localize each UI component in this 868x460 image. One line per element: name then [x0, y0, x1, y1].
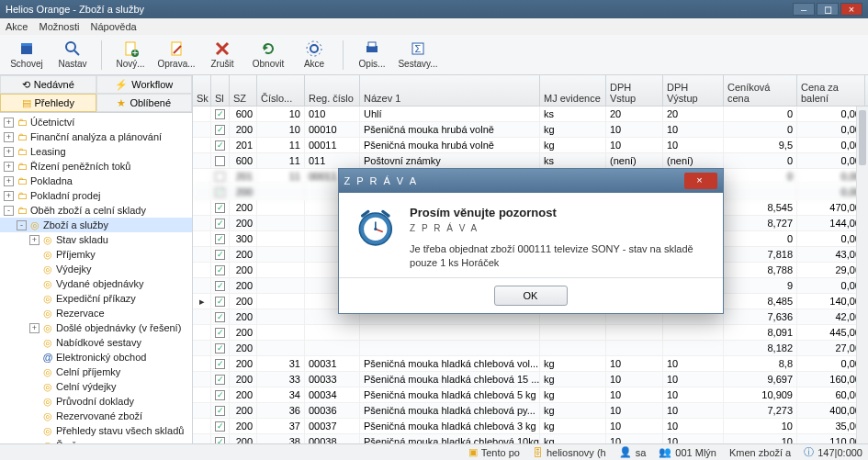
toolbar-obnovit-button[interactable]: Obnovit [247, 37, 289, 73]
tree-node[interactable]: ◎Příjemky [0, 247, 192, 262]
checkbox[interactable]: ✓ [215, 281, 225, 291]
toolbar-novy-button[interactable]: +Nový... [109, 37, 152, 73]
tree-node[interactable]: +◎Stav skladu [0, 232, 192, 247]
table-row[interactable]: ✓2003700037Pšeničná mouka hladká chlebov… [193, 419, 868, 434]
tree-node[interactable]: ◎Přehledy stavu všech skladů [0, 423, 192, 438]
tree-node[interactable]: ◎Šarže [0, 438, 192, 443]
menu-napoveda[interactable]: Nápověda [91, 21, 137, 32]
tree-node[interactable]: @Elektronický obchod [0, 350, 192, 365]
vertical-scrollbar[interactable] [856, 107, 868, 443]
tree-node[interactable]: +🗀Účetnictví [0, 115, 192, 129]
column-header[interactable]: DPH Výstup [663, 75, 724, 106]
toolbar-sestavy-button[interactable]: ΣSestavy... [397, 37, 439, 73]
tab-favorite[interactable]: ★Oblíbené [96, 94, 193, 112]
checkbox[interactable] [215, 172, 225, 182]
menu-akce[interactable]: Akce [6, 21, 28, 32]
checkbox[interactable]: ✓ [215, 109, 225, 119]
checkbox[interactable]: ✓ [215, 359, 225, 369]
table-row[interactable]: 60011011Poštovní známkyks(není)(není)00,… [193, 153, 868, 169]
column-header[interactable]: Sl [211, 75, 230, 106]
checkbox[interactable] [215, 156, 225, 166]
menu-moznosti[interactable]: Možnosti [39, 21, 79, 32]
checkbox[interactable]: ✓ [215, 437, 225, 444]
table-row[interactable]: ✓2008,091445,00 [193, 325, 868, 341]
expand-icon[interactable]: + [29, 235, 39, 245]
column-header[interactable]: Reg. číslo [305, 75, 360, 106]
expand-icon[interactable]: - [4, 206, 14, 216]
expand-icon[interactable]: + [4, 162, 14, 172]
tree-node[interactable]: ◎Expediční příkazy [0, 291, 192, 306]
expand-icon[interactable]: + [4, 132, 14, 142]
tree-node[interactable]: +🗀Řízení peněžních toků [0, 159, 192, 174]
expand-icon[interactable]: + [4, 176, 14, 186]
table-row[interactable]: ✓2008,18227,00 [193, 341, 868, 356]
table-row[interactable]: ✓2003800038Pšeničná mouka hladká chlebov… [193, 434, 868, 443]
expand-icon[interactable]: + [4, 191, 14, 201]
toolbar-oprava-button[interactable]: Oprava... [155, 37, 197, 73]
table-row[interactable]: ✓2003100031Pšeničná mouka hladká chlebov… [193, 356, 868, 372]
column-header[interactable]: Název 1 [360, 75, 540, 106]
scrollbar-thumb[interactable] [859, 110, 866, 165]
toolbar-zrusit-button[interactable]: Zrušit [201, 37, 243, 73]
tree-node[interactable]: +◎Došlé objednávky (v řešení) [0, 320, 192, 335]
nav-tree[interactable]: +🗀Účetnictví+🗀Finanční analýza a plánová… [0, 113, 192, 443]
expand-icon[interactable]: + [4, 147, 14, 157]
toolbar-nastav-button[interactable]: Nastav [51, 37, 94, 73]
toolbar-schovej-button[interactable]: Schovej [6, 37, 48, 73]
checkbox[interactable]: ✓ [215, 343, 225, 353]
tree-node[interactable]: -◎Zboží a služby [0, 218, 192, 232]
checkbox[interactable]: ✓ [215, 219, 225, 229]
expand-icon[interactable]: - [17, 220, 27, 230]
tree-node[interactable]: ◎Vydané objednávky [0, 276, 192, 291]
tree-node[interactable]: +🗀Pokladní prodej [0, 188, 192, 203]
tree-node[interactable]: ◎Průvodní doklady [0, 394, 192, 409]
tree-node[interactable]: +🗀Leasing [0, 144, 192, 159]
tree-node[interactable]: ◎Celní výdejky [0, 379, 192, 394]
close-button[interactable]: × [840, 3, 862, 16]
checkbox[interactable]: ✓ [215, 375, 225, 385]
table-row[interactable]: ✓2003600036Pšeničná mouka hladká chlebov… [193, 403, 868, 419]
expand-icon[interactable]: + [4, 118, 14, 128]
tree-node[interactable]: ◎Celní příjemky [0, 365, 192, 379]
expand-icon[interactable]: + [29, 323, 39, 333]
tree-node[interactable]: -🗀Oběh zboží a celní sklady [0, 203, 192, 218]
checkbox[interactable]: ✓ [215, 234, 225, 244]
checkbox[interactable]: ✓ [215, 125, 225, 135]
checkbox[interactable]: ✓ [215, 265, 225, 275]
checkbox[interactable]: ✓ [215, 140, 225, 151]
checkbox[interactable]: ✓ [215, 297, 225, 307]
checkbox[interactable]: ✓ [215, 312, 225, 322]
dialog-ok-button[interactable]: OK [494, 286, 568, 306]
table-row[interactable]: ✓2001000010Pšeničná mouka hrubá volněkg1… [193, 122, 868, 138]
column-header[interactable]: Cena za balení [797, 75, 865, 106]
table-row[interactable]: ✓60010010Uhlíks202000,00 [193, 107, 868, 122]
tree-node[interactable]: ◎Výdejky [0, 262, 192, 276]
column-header[interactable]: DPH Vstup [606, 75, 663, 106]
checkbox[interactable]: ✓ [215, 390, 225, 400]
checkbox[interactable]: ✓ [215, 406, 225, 416]
minimize-button[interactable]: – [793, 3, 815, 16]
tree-node[interactable]: ◎Rezervace [0, 306, 192, 320]
tree-node[interactable]: ◎Rezervované zboží [0, 409, 192, 423]
toolbar-akce-button[interactable]: Akce [293, 37, 335, 73]
checkbox[interactable]: ✓ [215, 328, 225, 338]
table-row[interactable]: ✓2003400034Pšeničná mouka hladká chlebov… [193, 387, 868, 403]
dialog-close-button[interactable]: × [684, 173, 717, 189]
table-row[interactable]: ✓2003300033Pšeničná mouka hladká chlebov… [193, 372, 868, 387]
checkbox[interactable]: ✓ [215, 421, 225, 432]
tree-node[interactable]: +🗀Pokladna [0, 174, 192, 188]
tab-overview[interactable]: ▤Přehledy [0, 94, 96, 112]
toolbar-opis-button[interactable]: Opis... [351, 37, 393, 73]
tree-node[interactable]: ◎Nabídkové sestavy [0, 335, 192, 350]
column-header[interactable]: Číslo... [257, 75, 305, 106]
tab-recent[interactable]: ⟲Nedávné [0, 75, 96, 94]
column-header[interactable]: Ceníková cena [724, 75, 797, 106]
checkbox[interactable]: ✓ [215, 203, 225, 213]
column-header[interactable]: MJ evidence [540, 75, 606, 106]
column-header[interactable]: SZ [230, 75, 257, 106]
checkbox[interactable]: ✓ [215, 187, 225, 197]
checkbox[interactable]: ✓ [215, 250, 225, 260]
column-header[interactable]: Sk [193, 75, 211, 106]
table-row[interactable]: ✓2011100011Pšeničná mouka hrubá volněkg1… [193, 138, 868, 153]
tab-workflow[interactable]: ⚡Workflow [96, 75, 193, 94]
